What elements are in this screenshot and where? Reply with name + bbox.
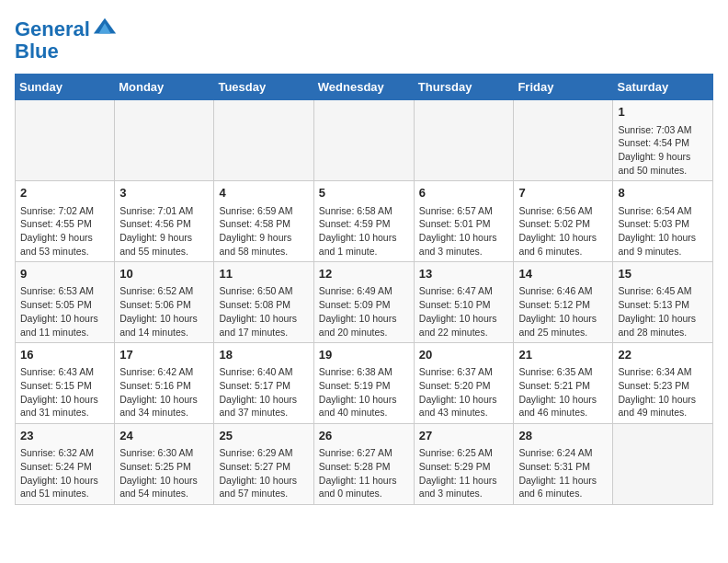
day-number: 19 xyxy=(319,347,409,363)
day-number: 25 xyxy=(219,428,308,444)
calendar-day xyxy=(214,100,313,181)
header-sunday: Sunday xyxy=(16,75,115,100)
calendar-week-row: 2Sunrise: 7:02 AM Sunset: 4:55 PM Daylig… xyxy=(16,181,713,262)
day-number: 26 xyxy=(319,428,409,444)
calendar-day: 13Sunrise: 6:47 AM Sunset: 5:10 PM Dayli… xyxy=(414,262,514,343)
day-number: 12 xyxy=(319,266,409,282)
day-number: 28 xyxy=(518,428,608,444)
day-info: Sunrise: 7:01 AM Sunset: 4:56 PM Dayligh… xyxy=(119,204,209,259)
calendar-day: 3Sunrise: 7:01 AM Sunset: 4:56 PM Daylig… xyxy=(115,181,214,262)
day-info: Sunrise: 6:24 AM Sunset: 5:31 PM Dayligh… xyxy=(518,446,608,500)
header-thursday: Thursday xyxy=(414,75,514,100)
calendar-day: 19Sunrise: 6:38 AM Sunset: 5:19 PM Dayli… xyxy=(313,343,414,424)
day-info: Sunrise: 6:40 AM Sunset: 5:17 PM Dayligh… xyxy=(219,365,308,419)
day-number: 3 xyxy=(119,185,209,201)
day-number: 18 xyxy=(219,347,308,363)
header-wednesday: Wednesday xyxy=(313,75,414,100)
day-info: Sunrise: 6:59 AM Sunset: 4:58 PM Dayligh… xyxy=(219,204,308,259)
calendar-day: 26Sunrise: 6:27 AM Sunset: 5:28 PM Dayli… xyxy=(313,424,414,505)
header-friday: Friday xyxy=(514,75,613,100)
day-number: 4 xyxy=(219,185,308,201)
calendar-day: 20Sunrise: 6:37 AM Sunset: 5:20 PM Dayli… xyxy=(414,343,514,424)
calendar-day: 11Sunrise: 6:50 AM Sunset: 5:08 PM Dayli… xyxy=(214,262,313,343)
calendar-week-row: 1Sunrise: 7:03 AM Sunset: 4:54 PM Daylig… xyxy=(16,100,713,181)
day-info: Sunrise: 6:27 AM Sunset: 5:28 PM Dayligh… xyxy=(319,446,409,500)
calendar-day xyxy=(613,424,713,505)
day-number: 6 xyxy=(419,185,509,201)
logo: General Blue xyxy=(15,18,118,63)
calendar-table: SundayMondayTuesdayWednesdayThursdayFrid… xyxy=(15,74,713,505)
calendar-day xyxy=(115,100,214,181)
day-info: Sunrise: 6:43 AM Sunset: 5:15 PM Dayligh… xyxy=(20,365,109,419)
calendar-day: 24Sunrise: 6:30 AM Sunset: 5:25 PM Dayli… xyxy=(115,424,214,505)
day-info: Sunrise: 6:30 AM Sunset: 5:25 PM Dayligh… xyxy=(119,446,209,500)
calendar-day: 15Sunrise: 6:45 AM Sunset: 5:13 PM Dayli… xyxy=(613,262,713,343)
day-info: Sunrise: 6:35 AM Sunset: 5:21 PM Dayligh… xyxy=(518,365,608,419)
calendar-day: 17Sunrise: 6:42 AM Sunset: 5:16 PM Dayli… xyxy=(115,343,214,424)
day-info: Sunrise: 6:58 AM Sunset: 4:59 PM Dayligh… xyxy=(319,204,409,259)
day-info: Sunrise: 6:56 AM Sunset: 5:02 PM Dayligh… xyxy=(518,204,608,259)
day-info: Sunrise: 6:57 AM Sunset: 5:01 PM Dayligh… xyxy=(419,204,509,259)
calendar-day: 10Sunrise: 6:52 AM Sunset: 5:06 PM Dayli… xyxy=(115,262,214,343)
day-number: 20 xyxy=(419,347,509,363)
day-number: 15 xyxy=(618,266,708,282)
calendar-day: 9Sunrise: 6:53 AM Sunset: 5:05 PM Daylig… xyxy=(16,262,115,343)
calendar-day: 2Sunrise: 7:02 AM Sunset: 4:55 PM Daylig… xyxy=(16,181,115,262)
calendar-day: 5Sunrise: 6:58 AM Sunset: 4:59 PM Daylig… xyxy=(313,181,414,262)
calendar-day: 23Sunrise: 6:32 AM Sunset: 5:24 PM Dayli… xyxy=(16,424,115,505)
day-number: 1 xyxy=(618,104,708,121)
calendar-day: 14Sunrise: 6:46 AM Sunset: 5:12 PM Dayli… xyxy=(514,262,613,343)
day-number: 8 xyxy=(618,185,708,201)
calendar-day xyxy=(16,100,115,181)
day-info: Sunrise: 6:47 AM Sunset: 5:10 PM Dayligh… xyxy=(419,284,509,339)
calendar-day: 7Sunrise: 6:56 AM Sunset: 5:02 PM Daylig… xyxy=(514,181,613,262)
day-info: Sunrise: 6:49 AM Sunset: 5:09 PM Dayligh… xyxy=(319,284,409,339)
day-info: Sunrise: 6:38 AM Sunset: 5:19 PM Dayligh… xyxy=(319,365,409,419)
day-info: Sunrise: 6:42 AM Sunset: 5:16 PM Dayligh… xyxy=(119,365,209,419)
calendar-day: 16Sunrise: 6:43 AM Sunset: 5:15 PM Dayli… xyxy=(16,343,115,424)
calendar-day: 22Sunrise: 6:34 AM Sunset: 5:23 PM Dayli… xyxy=(613,343,713,424)
day-number: 22 xyxy=(618,347,708,363)
day-info: Sunrise: 7:02 AM Sunset: 4:55 PM Dayligh… xyxy=(20,204,109,259)
day-info: Sunrise: 6:46 AM Sunset: 5:12 PM Dayligh… xyxy=(518,284,608,339)
day-number: 7 xyxy=(518,185,608,201)
calendar-week-row: 16Sunrise: 6:43 AM Sunset: 5:15 PM Dayli… xyxy=(16,343,713,424)
day-info: Sunrise: 6:34 AM Sunset: 5:23 PM Dayligh… xyxy=(618,365,708,419)
day-number: 2 xyxy=(20,185,109,201)
day-number: 9 xyxy=(20,266,109,282)
day-number: 14 xyxy=(518,266,608,282)
header-tuesday: Tuesday xyxy=(214,75,313,100)
day-info: Sunrise: 6:37 AM Sunset: 5:20 PM Dayligh… xyxy=(419,365,509,419)
day-number: 24 xyxy=(119,428,209,444)
day-info: Sunrise: 6:53 AM Sunset: 5:05 PM Dayligh… xyxy=(20,284,109,339)
day-info: Sunrise: 6:25 AM Sunset: 5:29 PM Dayligh… xyxy=(419,446,509,500)
logo-text-blue: Blue xyxy=(15,40,118,63)
calendar-day: 21Sunrise: 6:35 AM Sunset: 5:21 PM Dayli… xyxy=(514,343,613,424)
calendar-day xyxy=(313,100,414,181)
header-saturday: Saturday xyxy=(613,75,713,100)
logo-text: General xyxy=(15,18,90,40)
day-info: Sunrise: 7:03 AM Sunset: 4:54 PM Dayligh… xyxy=(618,123,708,178)
calendar-header-row: SundayMondayTuesdayWednesdayThursdayFrid… xyxy=(16,75,713,100)
calendar-day: 1Sunrise: 7:03 AM Sunset: 4:54 PM Daylig… xyxy=(613,100,713,181)
calendar-day: 4Sunrise: 6:59 AM Sunset: 4:58 PM Daylig… xyxy=(214,181,313,262)
day-info: Sunrise: 6:45 AM Sunset: 5:13 PM Dayligh… xyxy=(618,284,708,339)
day-number: 17 xyxy=(119,347,209,363)
calendar-day: 8Sunrise: 6:54 AM Sunset: 5:03 PM Daylig… xyxy=(613,181,713,262)
day-number: 10 xyxy=(119,266,209,282)
day-number: 13 xyxy=(419,266,509,282)
day-info: Sunrise: 6:54 AM Sunset: 5:03 PM Dayligh… xyxy=(618,204,708,259)
header-monday: Monday xyxy=(115,75,214,100)
day-number: 16 xyxy=(20,347,109,363)
calendar-day: 28Sunrise: 6:24 AM Sunset: 5:31 PM Dayli… xyxy=(514,424,613,505)
logo-icon xyxy=(92,15,118,40)
day-info: Sunrise: 6:29 AM Sunset: 5:27 PM Dayligh… xyxy=(219,446,308,500)
calendar-day: 18Sunrise: 6:40 AM Sunset: 5:17 PM Dayli… xyxy=(214,343,313,424)
calendar-day xyxy=(414,100,514,181)
calendar-day: 27Sunrise: 6:25 AM Sunset: 5:29 PM Dayli… xyxy=(414,424,514,505)
day-number: 11 xyxy=(219,266,308,282)
calendar-day: 25Sunrise: 6:29 AM Sunset: 5:27 PM Dayli… xyxy=(214,424,313,505)
calendar-day xyxy=(514,100,613,181)
day-info: Sunrise: 6:50 AM Sunset: 5:08 PM Dayligh… xyxy=(219,284,308,339)
calendar-week-row: 9Sunrise: 6:53 AM Sunset: 5:05 PM Daylig… xyxy=(16,262,713,343)
